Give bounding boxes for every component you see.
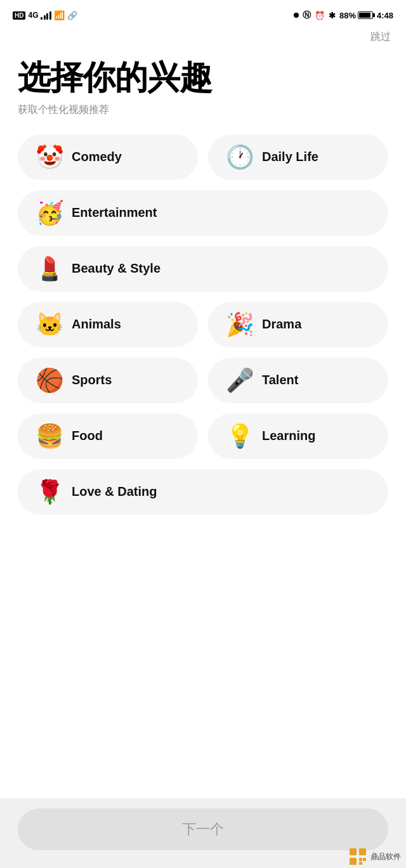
category-row-1: 🤡 Comedy 🕐 Daily Life [18, 134, 388, 180]
animals-label: Animals [72, 317, 121, 332]
category-row-3: 💄 Beauty & Style [18, 246, 388, 292]
entertainment-label: Entertainment [72, 205, 157, 220]
next-button[interactable]: 下一个 [18, 808, 388, 850]
daily-life-emoji: 🕐 [226, 146, 254, 169]
category-row-7: 🌹 Love & Dating [18, 469, 388, 515]
learning-label: Learning [262, 429, 315, 443]
battery-percent: 88% [339, 11, 356, 20]
entertainment-emoji: 🥳 [36, 202, 64, 224]
battery-icon [358, 11, 373, 19]
beauty-style-label: Beauty & Style [72, 261, 160, 276]
category-learning[interactable]: 💡 Learning [208, 413, 388, 459]
time-display: 4:48 [377, 11, 393, 20]
talent-emoji: 🎤 [226, 369, 254, 392]
drama-label: Drama [262, 317, 301, 332]
nfc-icon: Ⓝ [303, 10, 311, 21]
status-right: Ⓝ ⏰ ✱ 88% 4:48 [294, 10, 393, 21]
drama-emoji: 🎉 [226, 313, 254, 336]
svg-rect-4 [363, 858, 366, 861]
love-dating-label: Love & Dating [72, 484, 157, 499]
category-entertainment[interactable]: 🥳 Entertainment [18, 190, 388, 236]
category-row-5: 🏀 Sports 🎤 Talent [18, 358, 388, 403]
skip-area: 跳过 [0, 28, 406, 44]
sports-emoji: 🏀 [36, 369, 64, 392]
link-icon: 🔗 [67, 11, 77, 20]
status-bar: HD 4G 📶 🔗 Ⓝ ⏰ ✱ 88% 4:48 [0, 0, 406, 28]
food-emoji: 🍔 [36, 425, 64, 448]
category-row-2: 🥳 Entertainment [18, 190, 388, 236]
category-row-6: 🍔 Food 💡 Learning [18, 413, 388, 459]
svg-rect-2 [350, 858, 357, 865]
category-sports[interactable]: 🏀 Sports [18, 358, 198, 403]
watermark-text: 鼎品软件 [370, 852, 401, 862]
wifi-icon: 📶 [54, 10, 65, 20]
page-header: 选择你的兴趣 获取个性化视频推荐 [0, 44, 406, 122]
comedy-emoji: 🤡 [36, 146, 64, 169]
love-dating-emoji: 🌹 [36, 481, 64, 503]
animals-emoji: 🐱 [36, 313, 64, 336]
food-label: Food [72, 429, 103, 443]
comedy-label: Comedy [72, 150, 122, 164]
daily-life-label: Daily Life [262, 150, 318, 164]
dot-icon [294, 13, 299, 18]
category-love-dating[interactable]: 🌹 Love & Dating [18, 469, 388, 515]
watermark-icon [349, 848, 367, 865]
category-drama[interactable]: 🎉 Drama [208, 302, 388, 347]
svg-rect-5 [359, 862, 362, 865]
svg-rect-0 [350, 848, 357, 855]
svg-rect-3 [359, 858, 362, 861]
page-subtitle: 获取个性化视频推荐 [18, 103, 388, 117]
page-title: 选择你的兴趣 [18, 59, 388, 97]
category-talent[interactable]: 🎤 Talent [208, 358, 388, 403]
beauty-style-emoji: 💄 [36, 257, 64, 280]
category-beauty-style[interactable]: 💄 Beauty & Style [18, 246, 388, 292]
signal-icon [41, 11, 51, 20]
svg-rect-1 [359, 848, 366, 855]
category-animals[interactable]: 🐱 Animals [18, 302, 198, 347]
learning-emoji: 💡 [226, 425, 254, 448]
alarm-icon: ⏰ [315, 11, 325, 20]
bluetooth-icon: ✱ [329, 11, 336, 20]
sports-label: Sports [72, 373, 112, 387]
talent-label: Talent [262, 373, 298, 387]
network-badge: 4G [28, 11, 38, 20]
categories-container: 🤡 Comedy 🕐 Daily Life 🥳 Entertainment 💄 … [0, 122, 406, 588]
hd-badge: HD [13, 11, 25, 20]
category-food[interactable]: 🍔 Food [18, 413, 198, 459]
watermark: 鼎品软件 [349, 848, 401, 865]
battery-container: 88% [339, 11, 373, 20]
status-left: HD 4G 📶 🔗 [13, 10, 77, 20]
category-daily-life[interactable]: 🕐 Daily Life [208, 134, 388, 180]
category-comedy[interactable]: 🤡 Comedy [18, 134, 198, 180]
category-row-4: 🐱 Animals 🎉 Drama [18, 302, 388, 347]
skip-button[interactable]: 跳过 [370, 30, 391, 44]
bottom-bar: 下一个 [0, 798, 406, 868]
